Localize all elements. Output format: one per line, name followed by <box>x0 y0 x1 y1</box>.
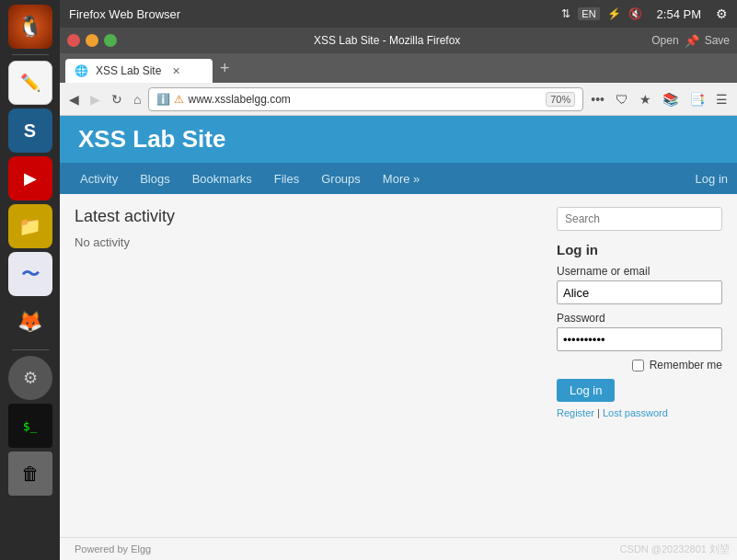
reload-button[interactable]: ↻ <box>108 90 126 109</box>
site-header: XSS Lab Site <box>60 116 737 163</box>
trash-icon[interactable]: 🗑 <box>8 451 52 496</box>
more-options-button[interactable]: ••• <box>587 90 608 109</box>
terminal-icon[interactable]: $_ <box>8 404 52 448</box>
browser-tab[interactable]: 🌐 XSS Lab Site ✕ <box>65 59 213 83</box>
address-text[interactable]: www.xsslabelgg.com <box>188 93 542 106</box>
ubuntu-icon[interactable]: 🐧 <box>8 5 52 49</box>
tab-close-button[interactable]: ✕ <box>172 65 180 77</box>
os-bar-title: Firefox Web Browser <box>69 7 561 21</box>
password-label: Password <box>557 312 722 325</box>
terminal-red-icon[interactable]: ▶ <box>8 156 52 200</box>
taskbar-divider-2 <box>12 349 49 350</box>
login-button[interactable]: Log in <box>557 379 615 402</box>
nav-bookmarks[interactable]: Bookmarks <box>181 172 263 186</box>
volume-icon: 🔇 <box>628 7 642 20</box>
library-button[interactable]: 📚 <box>659 90 682 109</box>
lost-password-link[interactable]: Lost password <box>603 407 668 418</box>
back-button[interactable]: ◀ <box>65 90 83 109</box>
firefox-icon[interactable]: 🦊 <box>8 300 52 344</box>
home-button[interactable]: ⌂ <box>130 90 144 109</box>
tab-favicon: 🌐 <box>75 64 88 77</box>
libreoffice-icon[interactable]: S <box>8 109 52 153</box>
pin-icon: 📌 <box>685 34 699 48</box>
remember-me-label: Remember me <box>650 359 722 371</box>
os-bar-icons: ⇅ EN ⚡ 🔇 2:54 PM ⚙ <box>561 6 728 21</box>
text-editor-icon[interactable]: ✏️ <box>8 61 52 105</box>
save-button[interactable]: Save <box>705 34 730 47</box>
site-nav: Activity Blogs Bookmarks Files Groups Mo… <box>60 163 737 194</box>
open-button[interactable]: Open <box>651 34 678 47</box>
content-main: Latest activity No activity <box>75 207 542 524</box>
search-input[interactable] <box>557 207 722 231</box>
menu-button[interactable]: ☰ <box>712 90 731 109</box>
taskbar-divider <box>12 54 49 55</box>
tab-label: XSS Lab Site <box>96 64 161 77</box>
security-icon: ⚠ <box>174 93 184 106</box>
forward-button[interactable]: ▶ <box>86 90 104 109</box>
login-links: Register | Lost password <box>557 407 722 418</box>
nav-more[interactable]: More » <box>372 172 431 186</box>
nav-groups[interactable]: Groups <box>310 172 372 186</box>
username-input[interactable] <box>557 280 722 304</box>
nav-blogs[interactable]: Blogs <box>129 172 181 186</box>
login-section: Log in Username or email Password Rememb… <box>557 242 722 418</box>
site-content: Latest activity No activity Log in Usern… <box>60 194 737 537</box>
new-tab-button[interactable]: + <box>213 59 237 78</box>
nav-login[interactable]: Log in <box>696 172 728 186</box>
wireshark-icon[interactable]: 〜 <box>8 252 52 296</box>
settings-icon[interactable]: ⚙ <box>8 356 52 400</box>
synced-tabs-button[interactable]: 📑 <box>685 90 708 109</box>
remember-me-checkbox[interactable] <box>632 360 644 371</box>
firefox-toolbar: ◀ ▶ ↻ ⌂ ℹ️ ⚠ www.xsslabelgg.com 70% ••• … <box>60 83 737 116</box>
content-sidebar: Log in Username or email Password Rememb… <box>557 207 722 524</box>
firefox-titlebar: XSS Lab Site - Mozilla Firefox Open 📌 Sa… <box>60 28 737 53</box>
os-bar-time: 2:54 PM <box>657 7 701 21</box>
site-title: XSS Lab Site <box>78 125 225 153</box>
no-activity-message: No activity <box>75 235 542 249</box>
firefox-window: XSS Lab Site - Mozilla Firefox Open 📌 Sa… <box>60 28 737 560</box>
os-settings-icon[interactable]: ⚙ <box>716 6 728 21</box>
language-indicator: EN <box>578 7 599 20</box>
window-maximize-button[interactable] <box>104 34 117 47</box>
sync-icon: ⇅ <box>561 7 570 20</box>
footer-text: Powered by Elgg <box>75 543 151 554</box>
remember-row: Remember me <box>557 359 722 371</box>
nav-files[interactable]: Files <box>263 172 310 186</box>
os-bar: Firefox Web Browser ⇅ EN ⚡ 🔇 2:54 PM ⚙ <box>60 0 737 28</box>
bottom-label: CSDN @20232801 刘堃 <box>620 543 730 556</box>
lock-icon: ℹ️ <box>156 93 170 106</box>
window-close-button[interactable] <box>67 34 80 47</box>
nav-activity[interactable]: Activity <box>69 172 129 186</box>
login-title: Log in <box>557 242 722 257</box>
files-icon[interactable]: 📁 <box>8 204 52 248</box>
register-link[interactable]: Register <box>557 407 594 418</box>
shield-button[interactable]: 🛡 <box>612 90 632 109</box>
window-minimize-button[interactable] <box>86 34 98 47</box>
page-title: Latest activity <box>75 207 542 226</box>
firefox-tabs: 🌐 XSS Lab Site ✕ + <box>60 53 737 83</box>
main-area: Firefox Web Browser ⇅ EN ⚡ 🔇 2:54 PM ⚙ X… <box>60 0 737 560</box>
zoom-badge[interactable]: 70% <box>546 92 575 107</box>
username-label: Username or email <box>557 265 722 278</box>
bluetooth-icon: ⚡ <box>607 7 621 20</box>
password-input[interactable] <box>557 327 722 351</box>
firefox-title-text: XSS Lab Site - Mozilla Firefox <box>128 34 646 47</box>
taskbar: 🐧 ✏️ S ▶ 📁 〜 🦊 ⚙ $_ 🗑 <box>0 0 60 560</box>
address-bar[interactable]: ℹ️ ⚠ www.xsslabelgg.com 70% <box>148 87 583 111</box>
bookmark-star-button[interactable]: ★ <box>636 90 655 109</box>
